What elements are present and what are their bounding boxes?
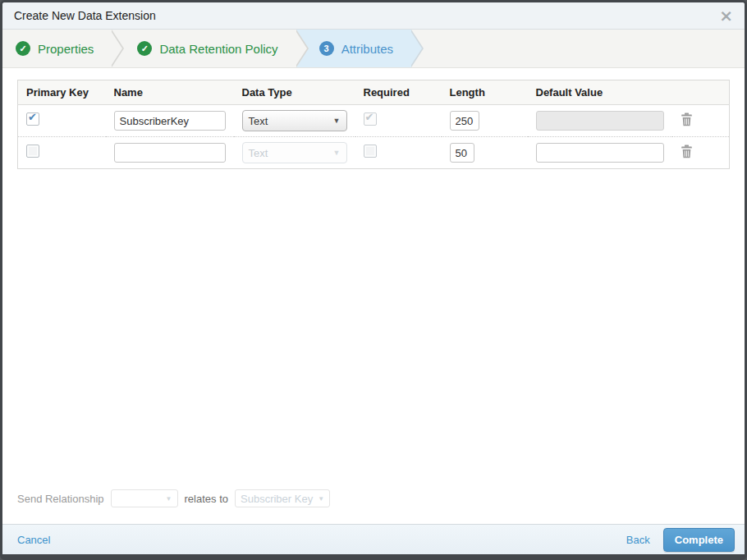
header-default-value: Default Value [528, 80, 672, 105]
relates-to-label: relates to [185, 493, 228, 505]
trash-icon [681, 112, 693, 126]
step-label: Data Retention Policy [159, 42, 277, 56]
delete-row-button[interactable] [681, 112, 693, 130]
delete-row-button[interactable] [681, 145, 693, 162]
header-data-type: Data Type [234, 80, 355, 105]
caret-down-icon: ▼ [318, 495, 324, 503]
header-actions [672, 80, 730, 105]
dialog-footer: Cancel Back Complete [2, 524, 745, 554]
complete-button[interactable]: Complete [663, 528, 735, 552]
data-type-select: Text ▼ [242, 142, 347, 163]
step-data-retention-policy[interactable]: ✓ Data Retention Policy [124, 30, 296, 67]
subscriber-key-select: Subscriber Key ▼ [235, 489, 330, 507]
step-separator [112, 30, 124, 67]
subscriber-key-value: Subscriber Key [241, 493, 313, 505]
step-separator [411, 30, 424, 67]
data-type-value: Text [249, 147, 268, 159]
required-checkbox [364, 145, 377, 158]
wizard-steps: ✓ Properties ✓ Data Retention Policy 3 A… [2, 30, 745, 68]
send-relationship-label: Send Relationship [17, 493, 104, 505]
step-separator [296, 30, 309, 67]
cancel-link[interactable]: Cancel [17, 534, 50, 546]
step-number-badge: 3 [319, 41, 334, 56]
attribute-row: Text ▼ [18, 105, 730, 137]
dialog-title: Create New Data Extension [14, 9, 156, 22]
send-relationship-row: Send Relationship ▼ relates to Subscribe… [17, 489, 730, 516]
close-icon[interactable]: × [719, 7, 733, 24]
primary-key-checkbox[interactable] [26, 112, 39, 126]
caret-down-icon: ▼ [166, 495, 172, 503]
step-label: Properties [38, 42, 94, 56]
table-header-row: Primary Key Name Data Type Required Leng… [18, 80, 730, 105]
header-name: Name [106, 80, 234, 105]
header-length: Length [442, 80, 528, 105]
header-required: Required [355, 80, 442, 105]
step-attributes[interactable]: 3 Attributes [296, 30, 411, 67]
header-primary-key: Primary Key [18, 80, 106, 105]
data-type-select[interactable]: Text ▼ [242, 110, 347, 131]
check-circle-icon: ✓ [16, 41, 30, 56]
send-relationship-field-select: ▼ [111, 489, 178, 507]
length-input[interactable] [450, 111, 479, 131]
default-value-input [536, 111, 664, 131]
name-input[interactable] [114, 143, 226, 163]
caret-down-icon: ▼ [333, 149, 341, 157]
length-input[interactable] [450, 143, 474, 163]
primary-key-checkbox[interactable] [26, 145, 39, 158]
default-value-input[interactable] [536, 143, 664, 163]
data-type-value: Text [249, 115, 268, 127]
dialog-content: Primary Key Name Data Type Required Leng… [2, 68, 745, 524]
caret-down-icon: ▼ [333, 117, 341, 125]
create-data-extension-dialog: Create New Data Extension × ✓ Properties… [0, 0, 747, 560]
back-link[interactable]: Back [626, 534, 650, 546]
name-input[interactable] [114, 111, 226, 131]
check-circle-icon: ✓ [137, 41, 152, 56]
attributes-table: Primary Key Name Data Type Required Leng… [17, 80, 730, 169]
trash-icon [681, 145, 693, 158]
step-properties[interactable]: ✓ Properties [2, 30, 112, 67]
dialog-titlebar: Create New Data Extension × [2, 2, 745, 30]
attribute-row: Text ▼ [18, 137, 730, 169]
step-label: Attributes [341, 42, 393, 56]
required-checkbox [364, 112, 377, 126]
